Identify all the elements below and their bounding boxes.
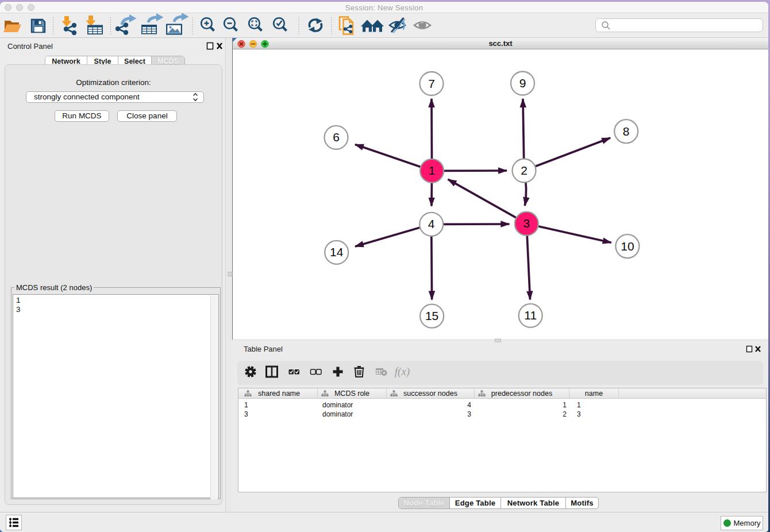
svg-text:14: 14 <box>330 245 344 259</box>
svg-text:11: 11 <box>524 309 537 322</box>
svg-text:6: 6 <box>333 130 340 144</box>
svg-text:1: 1 <box>429 164 436 177</box>
svg-text:4: 4 <box>428 217 435 230</box>
svg-text:3: 3 <box>523 217 530 230</box>
svg-text:10: 10 <box>621 240 634 253</box>
svg-text:7: 7 <box>428 77 435 90</box>
svg-text:8: 8 <box>623 125 630 138</box>
svg-text:9: 9 <box>519 76 526 90</box>
svg-text:15: 15 <box>425 309 438 322</box>
svg-text:2: 2 <box>521 164 528 177</box>
svg-text:f(x): f(x) <box>395 365 410 378</box>
